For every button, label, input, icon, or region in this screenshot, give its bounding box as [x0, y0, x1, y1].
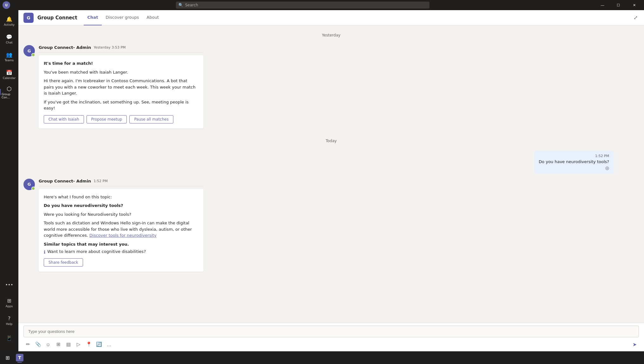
message-2-text: Here's what I found on this topic: Do yo…: [44, 194, 198, 248]
self-message-bubble: 1:52 PM Do you have neurodiversity tools…: [534, 151, 614, 174]
message-1-sender: Group Connect- Admin: [39, 45, 91, 50]
minimize-button[interactable]: —: [595, 0, 610, 10]
date-separator-today: Today: [23, 134, 639, 146]
tab-chat[interactable]: Chat: [84, 10, 102, 25]
emoji-button[interactable]: ☺: [44, 340, 53, 349]
attach-button[interactable]: 📎: [34, 340, 42, 349]
sidebar-item-groupconnect[interactable]: ⬡ Group Con...: [2, 84, 17, 100]
taskbar-teams[interactable]: T: [14, 352, 25, 363]
bot-message-1: G Group Connect- Admin Yesterday 3:53 PM…: [23, 45, 639, 129]
message-1-buttons: Chat with Isaiah Propose meetup Pause al…: [44, 115, 198, 123]
sidebar-label-teams: Teams: [5, 59, 14, 62]
apps-icon: ⊞: [6, 297, 13, 304]
groupconnect-icon: ⬡: [6, 85, 13, 92]
sidebar-item-activity[interactable]: 🔔 Activity: [2, 13, 17, 29]
bot-online-badge-2: [31, 187, 35, 190]
sidebar-item-more[interactable]: •••: [2, 276, 17, 293]
chat-area[interactable]: Yesterday G Group Connect- Admin Yesterd…: [18, 25, 644, 323]
pause-all-matches-button[interactable]: Pause all matches: [129, 115, 173, 123]
teams-taskbar-icon: T: [16, 354, 23, 361]
sidebar-item-teams[interactable]: 👥 Teams: [2, 48, 17, 65]
app-nav: Chat Discover groups About: [84, 10, 163, 25]
message-1-headline: It's time for a match!: [44, 61, 93, 66]
taskbar-app-indicator: [17, 362, 22, 363]
self-message-time: 1:52 PM: [539, 154, 609, 158]
message-2-intro: Here's what I found on this topic:: [44, 194, 198, 200]
share-feedback-button[interactable]: Share feedback: [44, 258, 83, 267]
message-2-body: Tools such as dictation and Windows Hell…: [44, 220, 198, 239]
sidebar-label-calendar: Calendar: [3, 76, 16, 80]
sidebar-item-help[interactable]: ? Help: [2, 312, 17, 328]
sidebar-label-apps: Apps: [6, 305, 13, 308]
sidebar: 🔔 Activity 💬 Chat 👥 Teams 📅 Calendar ⬡ G…: [0, 10, 18, 351]
message-2-info-row: ℹ Want to learn more about cognitive dis…: [44, 249, 198, 255]
more-toolbar-button[interactable]: …: [105, 340, 113, 349]
expand-icon[interactable]: ⤢: [632, 13, 639, 22]
activity-icon: 🔔: [6, 16, 13, 23]
search-bar[interactable]: 🔍 Search: [176, 2, 429, 9]
message-1-line2: Hi there again. I'm Icebreaker in Contos…: [44, 78, 198, 96]
sidebar-item-chat[interactable]: 💬 Chat: [2, 30, 17, 47]
more-icon: •••: [6, 281, 13, 288]
teams-icon: 👥: [6, 51, 13, 58]
message-2-divider: [39, 186, 203, 186]
sidebar-label-chat: Chat: [6, 41, 12, 44]
help-icon: ?: [6, 315, 13, 322]
message-2-card: Here's what I found on this topic: Do yo…: [39, 189, 203, 272]
sidebar-item-apps[interactable]: ⊞ Apps: [2, 294, 17, 311]
loop-button[interactable]: 📍: [84, 340, 93, 349]
chat-icon: 💬: [6, 33, 13, 40]
calendar-icon: 📅: [6, 69, 13, 76]
message-1-text: It's time for a match! You've been match…: [44, 60, 198, 111]
self-message-wrapper: 1:52 PM Do you have neurodiversity tools…: [534, 151, 614, 174]
phone-icon: 📱: [6, 334, 13, 341]
reload-button[interactable]: 🔄: [94, 340, 103, 349]
input-area: ✏ 📎 ☺ ⊞ ▤ ▷ 📍 🔄 … ➤: [18, 323, 644, 351]
maximize-button[interactable]: ☐: [611, 0, 626, 10]
taskbar: ⊞ T: [0, 351, 644, 364]
app-header: G Group Connect Chat Discover groups Abo…: [18, 10, 644, 25]
info-icon: ℹ: [44, 249, 45, 255]
message-1-line1: You've been matched with Isaiah Langer.: [44, 69, 198, 76]
tab-about[interactable]: About: [143, 10, 163, 25]
neurodiversity-link[interactable]: Discover tools for neurodiversity: [89, 233, 157, 238]
self-message-text: Do you have neurodiversity tools?: [539, 159, 609, 164]
main-content: G Group Connect Chat Discover groups Abo…: [18, 10, 644, 351]
search-icon: 🔍: [178, 3, 183, 7]
message-1-wrapper: Group Connect- Admin Yesterday 3:53 PM I…: [39, 45, 203, 129]
messages-container: Yesterday G Group Connect- Admin Yesterd…: [18, 25, 644, 274]
message-1-line3: If you've got the inclination, set somet…: [44, 99, 198, 111]
bot-avatar-1: G: [23, 45, 35, 56]
send-button[interactable]: ➤: [630, 340, 639, 349]
message-2-wrapper: Group Connect- Admin 1:52 PM Here's what…: [39, 179, 203, 272]
bot-online-badge: [31, 53, 35, 57]
message-1-time: Yesterday 3:53 PM: [93, 45, 126, 50]
close-button[interactable]: ✕: [627, 0, 641, 10]
message-2-similar: Similar topics that may interest you.: [44, 242, 129, 247]
window-controls: — ☐ ✕: [595, 0, 641, 10]
chat-with-isaiah-button[interactable]: Chat with Isaiah: [44, 115, 84, 123]
sidebar-label-groupconnect: Group Con...: [2, 93, 17, 99]
message-2-time: 1:52 PM: [93, 179, 107, 183]
start-button[interactable]: ⊞: [3, 353, 13, 363]
self-message-status-icon: ◎: [539, 165, 609, 170]
app-layout: 🔔 Activity 💬 Chat 👥 Teams 📅 Calendar ⬡ G…: [0, 10, 644, 351]
user-avatar[interactable]: U: [3, 1, 10, 9]
search-placeholder: Search: [185, 3, 198, 7]
giphy-button[interactable]: ▤: [64, 340, 73, 349]
tab-discover-groups[interactable]: Discover groups: [102, 10, 143, 25]
message-2-q1: Do you have neurodiversity tools?: [44, 203, 123, 208]
sidebar-item-calendar[interactable]: 📅 Calendar: [2, 66, 17, 83]
message-2-q2: Were you looking for Neurodiversity tool…: [44, 211, 198, 218]
propose-meetup-button[interactable]: Propose meetup: [87, 115, 127, 123]
sidebar-item-phone[interactable]: 📱: [2, 330, 17, 346]
chat-input[interactable]: [23, 326, 639, 337]
format-button[interactable]: ✏: [23, 340, 32, 349]
message-2-info-q: Want to learn more about cognitive disab…: [47, 249, 146, 254]
bot-avatar-2: G: [23, 179, 35, 190]
schedule-button[interactable]: ▷: [74, 340, 83, 349]
sidebar-label-activity: Activity: [4, 23, 15, 26]
sidebar-label-help: Help: [6, 322, 13, 326]
message-2-sender: Group Connect- Admin: [39, 179, 91, 183]
sticker-button[interactable]: ⊞: [54, 340, 63, 349]
